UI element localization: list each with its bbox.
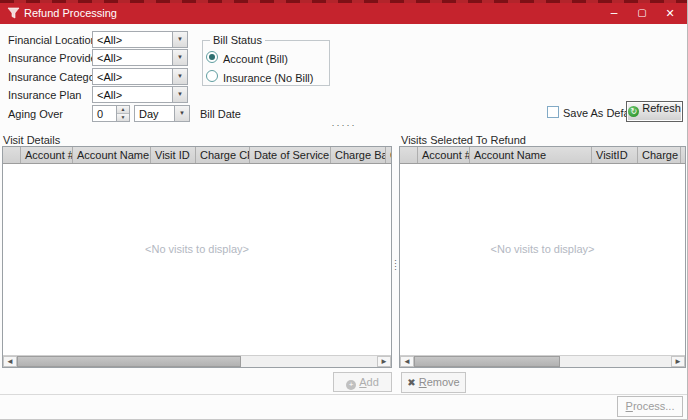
column-header[interactable]: Date of Service <box>250 147 331 163</box>
horizontal-scrollbar[interactable]: ◄ ► <box>3 355 391 367</box>
scroll-left-icon[interactable]: ◄ <box>400 356 414 367</box>
visits-selected-grid: Account # Account Name VisitID Charge CP… <box>399 146 686 368</box>
scroll-left-icon[interactable]: ◄ <box>3 356 17 367</box>
spinner-down-icon[interactable]: ▼ <box>117 114 129 122</box>
column-header[interactable]: Charge CPT <box>196 147 250 163</box>
title-bar[interactable]: Refund Processing – ▢ ✕ <box>0 3 688 24</box>
column-header[interactable]: Charge CPT <box>638 147 681 163</box>
maximize-button[interactable]: ▢ <box>628 3 656 24</box>
row-indicator-header <box>400 147 418 163</box>
add-icon: + <box>346 380 356 390</box>
minimize-button[interactable]: – <box>600 3 628 24</box>
insurance-provider-label: Insurance Provider <box>8 52 100 64</box>
remove-icon: ✖ <box>407 377 415 388</box>
column-header[interactable]: Account Name <box>73 147 151 163</box>
insurance-no-bill-label[interactable]: Insurance (No Bill) <box>223 72 313 84</box>
column-header[interactable]: Charge Balance <box>331 147 386 163</box>
aging-over-spinner[interactable]: 0 ▲ ▼ <box>92 105 130 122</box>
dropdown-arrow-icon[interactable]: ▼ <box>172 87 187 102</box>
close-button[interactable]: ✕ <box>656 3 684 24</box>
scrollbar-thumb[interactable] <box>17 356 241 367</box>
financial-location-dropdown[interactable]: <All> ▼ <box>92 31 188 48</box>
account-bill-label[interactable]: Account (Bill) <box>223 53 288 65</box>
visit-details-header-row: Account # Account Name Visit ID Charge C… <box>3 147 391 164</box>
visits-selected-header-row: Account # Account Name VisitID Charge CP… <box>400 147 685 164</box>
refresh-button[interactable]: ↻Refresh <box>626 101 683 122</box>
empty-grid-message: <No visits to display> <box>3 243 391 255</box>
insurance-plan-label: Insurance Plan <box>8 89 81 101</box>
add-button[interactable]: +Add <box>333 372 392 392</box>
dropdown-arrow-icon[interactable]: ▼ <box>172 69 187 84</box>
column-header[interactable]: Account Name <box>470 147 592 163</box>
app-funnel-icon <box>7 7 20 20</box>
dropdown-arrow-icon[interactable]: ▼ <box>172 32 187 47</box>
visit-details-title: Visit Details <box>3 134 60 146</box>
column-header[interactable]: Account # <box>418 147 470 163</box>
column-header[interactable]: VisitID <box>592 147 638 163</box>
insurance-no-bill-radio[interactable] <box>206 70 218 82</box>
financial-location-label: Financial Location <box>8 34 97 46</box>
window-title: Refund Processing <box>24 7 117 19</box>
insurance-provider-dropdown[interactable]: <All> ▼ <box>92 49 188 66</box>
column-header[interactable]: C <box>386 147 391 163</box>
column-header[interactable]: D <box>681 147 685 163</box>
refresh-icon: ↻ <box>628 106 639 117</box>
aging-unit-dropdown[interactable]: Day ▼ <box>134 105 190 122</box>
save-as-default-checkbox[interactable] <box>547 106 559 118</box>
column-header[interactable]: Account # <box>21 147 73 163</box>
account-bill-radio[interactable] <box>206 51 218 63</box>
spinner-up-icon[interactable]: ▲ <box>117 106 129 114</box>
bill-status-legend: Bill Status <box>210 34 265 46</box>
dropdown-arrow-icon[interactable]: ▼ <box>172 50 187 65</box>
footer-divider <box>0 394 688 395</box>
aging-over-label: Aging Over <box>8 108 63 120</box>
insurance-category-label: Insurance Category <box>8 71 104 83</box>
scrollbar-thumb[interactable] <box>414 356 560 367</box>
insurance-plan-dropdown[interactable]: <All> ▼ <box>92 86 188 103</box>
bill-date-label: Bill Date <box>200 108 241 120</box>
insurance-category-dropdown[interactable]: <All> ▼ <box>92 68 188 85</box>
visit-details-grid: Account # Account Name Visit ID Charge C… <box>2 146 392 368</box>
horizontal-splitter[interactable]: ····· <box>0 122 688 131</box>
horizontal-scrollbar[interactable]: ◄ ► <box>400 355 685 367</box>
column-header[interactable]: Visit ID <box>151 147 196 163</box>
visits-selected-title: Visits Selected To Refund <box>401 134 526 146</box>
empty-grid-message: <No visits to display> <box>400 243 685 255</box>
refund-processing-window: Refund Processing – ▢ ✕ Financial Locati… <box>0 0 688 420</box>
process-button[interactable]: Process... <box>617 396 683 417</box>
remove-button[interactable]: ✖Remove <box>401 372 466 393</box>
row-indicator-header <box>3 147 21 163</box>
scroll-right-icon[interactable]: ► <box>377 356 391 367</box>
scroll-right-icon[interactable]: ► <box>671 356 685 367</box>
dropdown-arrow-icon[interactable]: ▼ <box>174 106 189 121</box>
